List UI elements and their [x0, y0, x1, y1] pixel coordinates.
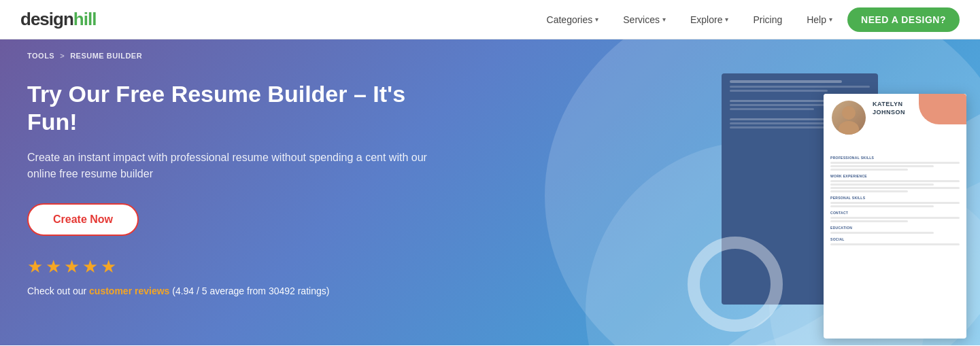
nav-label-categories: Categories: [547, 14, 593, 25]
mockup-line: [830, 169, 908, 171]
nav-item-pricing[interactable]: Pricing: [743, 9, 792, 31]
star-rating-row: ★ ★ ★ ★ ★: [27, 256, 449, 277]
star-3-icon: ★: [64, 256, 80, 277]
star-5-icon: ★: [101, 256, 116, 277]
mockup-avatar: [832, 101, 866, 135]
chevron-down-icon: ▾: [662, 16, 666, 23]
mockup-line: [830, 184, 934, 186]
hero-content: Try Our Free Resume Builder – It's Fun! …: [27, 80, 449, 296]
mockup-line: [830, 162, 960, 164]
chevron-down-icon: ▾: [829, 16, 832, 23]
mockup-line: [830, 232, 934, 234]
mockup-line: [830, 165, 934, 167]
mockup-section-1: PROFESSIONAL SKILLS: [830, 156, 960, 160]
nav-label-pricing: Pricing: [753, 14, 782, 25]
mockup-card-body: PROFESSIONAL SKILLS WORK EXPERIENCE PERS…: [824, 148, 966, 251]
review-suffix: (4.94 / 5 average from 30492 ratings): [169, 286, 329, 296]
nav-label-services: Services: [623, 14, 660, 25]
navbar: designhill Categories ▾ Services ▾ Explo…: [0, 0, 980, 39]
mockup-line: [830, 220, 908, 222]
nav-label-help: Help: [807, 14, 826, 25]
nav-label-explore: Explore: [690, 14, 722, 25]
star-4-icon: ★: [82, 256, 98, 277]
chevron-down-icon: ▾: [725, 16, 728, 23]
breadcrumb-tools[interactable]: TOOLS: [27, 52, 54, 60]
hero-section: TOOLS > RESUME BUILDER Try Our Free Resu…: [0, 39, 980, 345]
mockup-section-3: PERSONAL SKILLS: [830, 196, 960, 200]
logo-design-text: design: [20, 9, 73, 30]
mockup-section-4: CONTACT: [830, 211, 960, 215]
breadcrumb-separator: >: [60, 52, 65, 60]
mockup-line: [830, 205, 934, 207]
review-text: Check out our customer reviews (4.94 / 5…: [27, 286, 449, 296]
nav-links: Categories ▾ Services ▾ Explore ▾ Pricin…: [537, 7, 960, 32]
breadcrumb-current: RESUME BUILDER: [70, 52, 142, 60]
svg-point-2: [839, 121, 859, 135]
mockup-section-2: WORK EXPERIENCE: [830, 174, 960, 178]
nav-item-help[interactable]: Help ▾: [797, 9, 842, 31]
chevron-down-icon: ▾: [595, 16, 598, 23]
mockup-circle-decoration: [688, 237, 783, 332]
create-now-button[interactable]: Create Now: [27, 203, 139, 236]
need-a-design-button[interactable]: NEED A DESIGN?: [847, 7, 960, 32]
mockup-line: [830, 243, 960, 245]
svg-point-1: [842, 106, 856, 120]
mockup-section-5: EDUCATION: [830, 226, 960, 230]
mockup-line: [830, 180, 960, 182]
customer-reviews-link[interactable]: customer reviews: [89, 286, 169, 296]
logo-hill-text: hill: [73, 9, 97, 30]
mockup-orange-accent: [919, 94, 966, 124]
star-2-icon: ★: [46, 256, 61, 277]
mockup-line: [830, 190, 908, 192]
nav-item-services[interactable]: Services ▾: [613, 9, 675, 31]
mockup-front-card: KATELYN JOHNSON PROFESSIONAL SKILLS WORK…: [824, 94, 966, 339]
review-prefix: Check out our: [27, 286, 89, 296]
mockup-line: [830, 187, 960, 189]
resume-mockup: KATELYN JOHNSON PROFESSIONAL SKILLS WORK…: [708, 60, 966, 345]
mockup-line: [830, 202, 960, 204]
mockup-line: [830, 217, 960, 219]
nav-item-explore[interactable]: Explore ▾: [681, 9, 738, 31]
breadcrumb: TOOLS > RESUME BUILDER: [27, 52, 142, 60]
hero-subtitle: Create an instant impact with profession…: [27, 150, 449, 184]
star-1-icon: ★: [27, 256, 43, 277]
nav-item-categories[interactable]: Categories ▾: [537, 9, 609, 31]
logo[interactable]: designhill: [20, 9, 96, 30]
hero-title: Try Our Free Resume Builder – It's Fun!: [27, 80, 449, 136]
mockup-section-6: SOCIAL: [830, 237, 960, 241]
